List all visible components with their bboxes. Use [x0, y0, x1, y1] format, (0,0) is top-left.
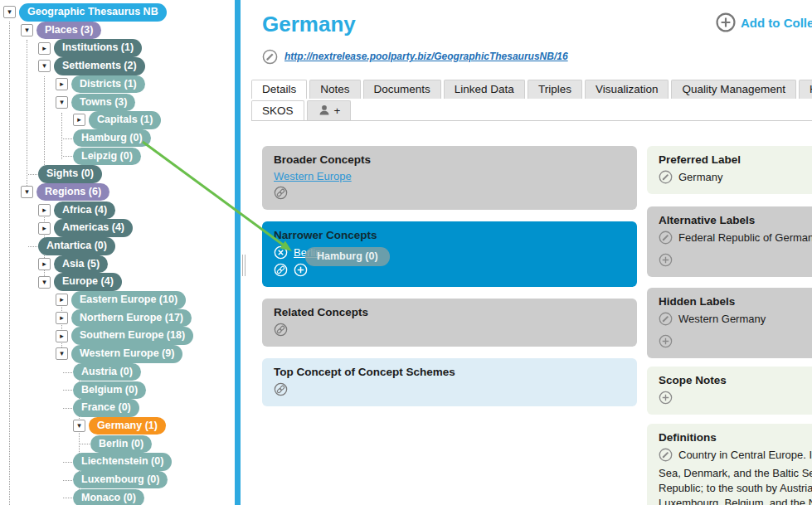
tree-pill[interactable]: Towns (3) [71, 94, 135, 112]
tree-node-places[interactable]: Places (3) [0, 22, 235, 40]
tree-node-settlements[interactable]: Settlements (2) [0, 57, 235, 75]
add-concept-icon[interactable] [294, 263, 308, 277]
tree-node-asia[interactable]: Asia (5) [0, 255, 235, 274]
chevron-down-icon[interactable] [21, 24, 33, 36]
chevron-right-icon[interactable] [38, 204, 51, 216]
tree-pill[interactable]: Americas (4) [54, 219, 133, 237]
tree-node-austria[interactable]: Austria (0) [0, 363, 235, 381]
tree-node-americas[interactable]: Americas (4) [0, 219, 235, 237]
chevron-down-icon[interactable] [73, 420, 85, 432]
edit-icon[interactable] [659, 448, 673, 462]
tree-node-institutions[interactable]: Institutions (1) [0, 39, 235, 57]
add-to-collection-button[interactable]: Add to Collection [716, 12, 812, 32]
tab-triples[interactable]: Triples [528, 80, 582, 99]
tree-node-sights[interactable]: Sights (0) [0, 165, 235, 183]
tree-pill[interactable]: Sights (0) [38, 165, 102, 183]
tree-node-leipzig[interactable]: Leipzig (0) [0, 148, 235, 166]
add-label-icon[interactable] [659, 334, 673, 348]
chevron-right-icon[interactable] [73, 114, 85, 126]
tree-pill[interactable]: Western Europe (9) [71, 345, 182, 363]
tree-node-europe[interactable]: Europe (4) [0, 273, 235, 291]
tree-node-western-europe[interactable]: Western Europe (9) [0, 345, 235, 363]
broader-concept-link[interactable]: Western Europe [274, 170, 352, 182]
tree-node-districts[interactable]: Districts (1) [0, 75, 235, 94]
tree-node-towns[interactable]: Towns (3) [0, 93, 235, 111]
tree-pill[interactable]: Districts (1) [71, 75, 145, 94]
edit-icon[interactable] [659, 231, 673, 245]
tree-node-luxembourg[interactable]: Luxembourg (0) [0, 471, 235, 489]
tree-pill[interactable]: Liechtenstein (0) [73, 453, 172, 471]
tree-pill[interactable]: Luxembourg (0) [73, 471, 168, 489]
tree-node-root[interactable]: Geographic Thesaurus NB [0, 3, 235, 22]
tree-pill[interactable]: Antartica (0) [38, 237, 115, 255]
tab-history[interactable]: History [799, 80, 812, 99]
tree-node-monaco[interactable]: Monaco (0) [0, 489, 235, 505]
edit-uri-icon[interactable] [262, 49, 278, 65]
tree-node-liechtenstein[interactable]: Liechtenstein (0) [0, 453, 235, 471]
tree-pill[interactable]: Asia (5) [54, 255, 108, 274]
tree-pill[interactable]: Southern Europe (18) [71, 327, 193, 345]
chevron-right-icon[interactable] [56, 330, 68, 342]
remove-concept-icon[interactable] [274, 245, 288, 260]
tab-documents[interactable]: Documents [363, 80, 441, 99]
add-label-icon[interactable] [659, 253, 673, 267]
tree-pill[interactable]: Hamburg (0) [73, 129, 151, 148]
tree-node-antartica[interactable]: Antartica (0) [0, 237, 235, 255]
chevron-down-icon[interactable] [56, 347, 68, 360]
chevron-down-icon[interactable] [38, 60, 51, 72]
tab-user-add[interactable]: + [307, 100, 352, 120]
tree-pill[interactable]: Places (3) [36, 22, 101, 40]
tree-pill[interactable]: France (0) [73, 399, 139, 417]
chevron-down-icon[interactable] [3, 6, 16, 18]
tree-node-africa[interactable]: Africa (4) [0, 202, 235, 220]
chevron-right-icon[interactable] [38, 42, 51, 55]
tree-pill[interactable]: Capitals (1) [89, 111, 161, 129]
chevron-down-icon[interactable] [21, 186, 33, 198]
add-note-icon[interactable] [659, 391, 673, 405]
tree-pill-selected[interactable]: Germany (1) [89, 417, 166, 435]
link-concept-icon[interactable] [274, 186, 288, 200]
edit-icon[interactable] [659, 312, 673, 326]
chevron-right-icon[interactable] [38, 222, 51, 235]
link-concept-icon[interactable] [274, 263, 288, 277]
tree-pill[interactable]: Geographic Thesaurus NB [19, 3, 167, 22]
edit-icon[interactable] [659, 170, 673, 184]
tab-skos[interactable]: SKOS [251, 100, 304, 120]
tree-pill[interactable]: Austria (0) [73, 363, 141, 381]
tree-node-france[interactable]: France (0) [0, 399, 235, 417]
tree-pill[interactable]: Belgium (0) [73, 381, 146, 400]
chevron-right-icon[interactable] [56, 312, 68, 324]
tree-node-regions[interactable]: Regions (6) [0, 183, 235, 202]
tab-quality-management[interactable]: Quality Management [671, 80, 796, 99]
tab-details[interactable]: Details [251, 80, 307, 99]
chevron-right-icon[interactable] [56, 294, 68, 306]
tab-visualization[interactable]: Visualization [585, 80, 669, 99]
link-concept-icon[interactable] [274, 323, 288, 337]
tree-pill[interactable]: Leipzig (0) [73, 148, 141, 166]
tree-node-germany-selected[interactable]: Germany (1) [0, 417, 235, 435]
splitter-grip[interactable] [242, 255, 246, 276]
tab-linked-data[interactable]: Linked Data [444, 80, 525, 99]
panel-splitter[interactable] [235, 0, 241, 505]
tree-node-capitals[interactable]: Capitals (1) [0, 111, 235, 129]
chevron-down-icon[interactable] [38, 276, 51, 289]
tree-node-eastern-europe[interactable]: Eastern Europe (10) [0, 291, 235, 309]
tree-pill[interactable]: Africa (4) [54, 202, 115, 220]
tree-pill[interactable]: Monaco (0) [73, 489, 144, 505]
tree-node-northern-europe[interactable]: Northern Europe (17) [0, 309, 235, 328]
tree-pill[interactable]: Institutions (1) [54, 39, 142, 57]
chevron-down-icon[interactable] [56, 96, 68, 109]
tree-pill[interactable]: Regions (6) [36, 183, 109, 202]
chevron-right-icon[interactable] [38, 258, 51, 270]
concept-uri-link[interactable]: http://nextrelease.poolparty.biz/Geograp… [284, 51, 568, 62]
tree-pill[interactable]: Berlin (0) [90, 435, 152, 454]
tree-pill[interactable]: Eastern Europe (10) [71, 291, 186, 309]
tree-node-belgium[interactable]: Belgium (0) [0, 381, 235, 399]
link-concept-icon[interactable] [274, 382, 288, 396]
tree-pill[interactable]: Europe (4) [54, 273, 122, 291]
tree-node-southern-europe[interactable]: Southern Europe (18) [0, 327, 235, 345]
tree-node-hamburg[interactable]: Hamburg (0) [0, 129, 235, 148]
tab-notes[interactable]: Notes [309, 80, 360, 99]
tree-pill[interactable]: Settlements (2) [54, 57, 145, 75]
tree-pill[interactable]: Northern Europe (17) [71, 309, 192, 328]
